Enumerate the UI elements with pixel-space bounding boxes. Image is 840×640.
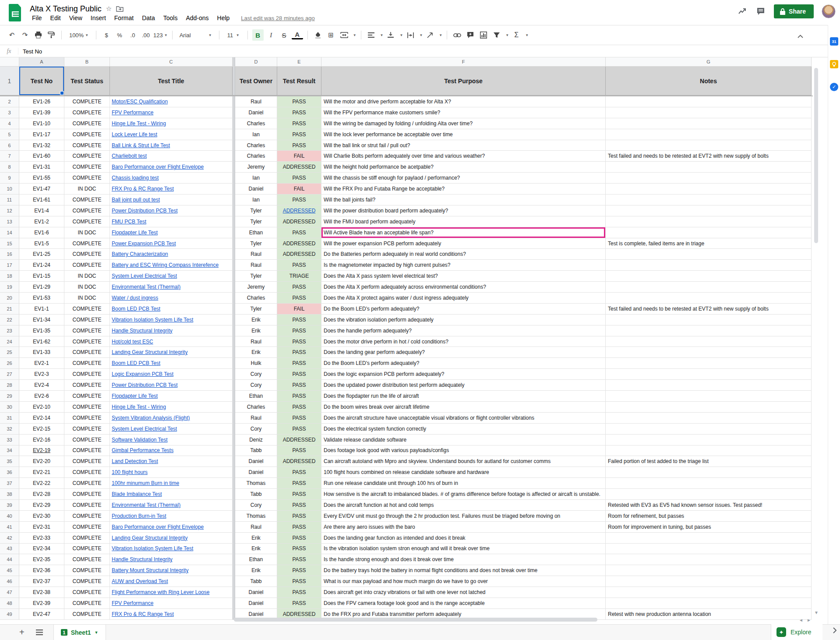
- cell-notes[interactable]: [606, 576, 812, 587]
- cell-notes[interactable]: [606, 325, 812, 336]
- cell-test-status[interactable]: COMPLETE: [64, 511, 110, 522]
- cell-test-no[interactable]: EV2-47: [19, 609, 64, 620]
- cell-test-no[interactable]: EV2-22: [19, 478, 64, 489]
- test-title-link[interactable]: AUW and Overload Test: [112, 578, 168, 584]
- cell-test-no[interactable]: EV1-29: [19, 282, 64, 293]
- cell-test-title[interactable]: Hinge Life Test - Wiring: [110, 402, 233, 413]
- cell-test-result[interactable]: TRIAGE: [277, 271, 321, 282]
- cell-test-result[interactable]: PASS: [277, 96, 321, 107]
- cell-test-status[interactable]: IN DOC: [64, 184, 110, 194]
- cell-test-title[interactable]: Environmental Test (Thermal): [110, 282, 233, 293]
- cell-test-result[interactable]: ADDRESSED: [277, 249, 321, 260]
- cell-notes[interactable]: [606, 402, 812, 413]
- cell-test-owner[interactable]: Charles: [235, 402, 277, 413]
- cell-test-owner[interactable]: Erik: [235, 325, 277, 336]
- tasks-icon[interactable]: ✓: [830, 83, 838, 91]
- cell-test-status[interactable]: COMPLETE: [64, 565, 110, 576]
- cell-test-status[interactable]: COMPLETE: [64, 118, 110, 129]
- redo-icon[interactable]: ↷: [19, 29, 31, 41]
- more-formats-button[interactable]: 123▼: [153, 29, 168, 41]
- cell-test-purpose[interactable]: Does the handle perform adequately?: [321, 325, 606, 336]
- select-all-corner[interactable]: [0, 57, 19, 67]
- cell-c1[interactable]: Test Title: [110, 67, 233, 95]
- cell-test-no[interactable]: EV1-33: [19, 347, 64, 358]
- cell-test-title[interactable]: Flight Performance with Ring Lever Loose: [110, 587, 233, 598]
- cell-notes[interactable]: [606, 184, 812, 194]
- cell-test-purpose[interactable]: Validate release candidate software: [321, 435, 606, 446]
- cell-notes[interactable]: [606, 565, 812, 576]
- increase-decimal-button[interactable]: .00: [140, 29, 152, 41]
- row-number[interactable]: 20: [0, 293, 19, 304]
- cell-test-title[interactable]: Landing Gear Structural Integrity: [110, 533, 233, 544]
- cell-test-owner[interactable]: Tyler: [235, 271, 277, 282]
- cell-test-result[interactable]: ADDRESSED: [277, 456, 321, 467]
- cell-test-result[interactable]: ADDRESSED: [277, 162, 321, 173]
- cell-notes[interactable]: Room for improvement in tuning, but pass…: [606, 522, 812, 533]
- cell-test-no[interactable]: EV1-61: [19, 194, 64, 205]
- format-currency-button[interactable]: $: [101, 29, 112, 41]
- row-number[interactable]: 15: [0, 238, 19, 249]
- cell-test-no[interactable]: EV2-4: [19, 380, 64, 391]
- cell-test-owner[interactable]: Tabb: [235, 489, 277, 500]
- cell-test-result[interactable]: PASS: [277, 500, 321, 511]
- cell-test-status[interactable]: COMPLETE: [64, 336, 110, 347]
- cell-test-purpose[interactable]: Does the FPV camera footage look good an…: [321, 598, 606, 609]
- cell-test-result[interactable]: PASS: [277, 173, 321, 184]
- cell-test-owner[interactable]: Erik: [235, 347, 277, 358]
- cell-test-no[interactable]: EV1-47: [19, 184, 64, 194]
- cell-test-result[interactable]: PASS: [277, 511, 321, 522]
- row-number[interactable]: 42: [0, 533, 19, 544]
- cell-test-no[interactable]: EV2-21: [19, 467, 64, 478]
- cell-test-title[interactable]: Power Distribution PCB Test: [110, 380, 233, 391]
- cell-test-owner[interactable]: Thomas: [235, 478, 277, 489]
- cell-test-owner[interactable]: Erik: [235, 544, 277, 555]
- cell-test-status[interactable]: COMPLETE: [64, 598, 110, 609]
- cell-test-status[interactable]: COMPLETE: [64, 315, 110, 325]
- cell-test-no[interactable]: EV2-16: [19, 435, 64, 446]
- cell-test-result[interactable]: PASS: [277, 315, 321, 325]
- cell-test-no[interactable]: EV1-60: [19, 151, 64, 162]
- cell-test-status[interactable]: COMPLETE: [64, 522, 110, 533]
- row-number[interactable]: 30: [0, 402, 19, 413]
- cell-test-purpose[interactable]: Will the power expansion PCB perform ade…: [321, 238, 606, 249]
- cell-test-purpose[interactable]: Will the FMU board perform adequately: [321, 216, 606, 227]
- cell-test-result[interactable]: PASS: [277, 336, 321, 347]
- cell-test-status[interactable]: COMPLETE: [64, 325, 110, 336]
- cell-test-owner[interactable]: Tyler: [235, 205, 277, 216]
- cell-notes[interactable]: [606, 173, 812, 184]
- cell-test-title[interactable]: Land Detection Test: [110, 456, 233, 467]
- functions-button[interactable]: Σ: [511, 29, 522, 41]
- cell-test-result[interactable]: PASS: [277, 598, 321, 609]
- cell-notes[interactable]: [606, 194, 812, 205]
- cell-notes[interactable]: [606, 435, 812, 446]
- test-title-link[interactable]: Boom LED PCB Test: [112, 306, 160, 312]
- cell-test-owner[interactable]: Cory: [235, 369, 277, 380]
- cell-test-purpose[interactable]: Do the Boom LED's perform adequately?: [321, 304, 606, 315]
- cell-test-owner[interactable]: Ian: [235, 194, 277, 205]
- row-number[interactable]: 44: [0, 554, 19, 565]
- cell-test-purpose[interactable]: Will the ball joints fail?: [321, 194, 606, 205]
- cell-test-title[interactable]: System Vibration Analysis (Flight): [110, 413, 233, 424]
- test-title-link[interactable]: Logic Expansion PCB Test: [112, 371, 173, 377]
- cell-test-owner[interactable]: Daniel: [235, 587, 277, 598]
- cell-test-owner[interactable]: Cory: [235, 500, 277, 511]
- column-header-d[interactable]: D: [235, 57, 277, 67]
- vertical-align-button[interactable]: [385, 29, 396, 41]
- cell-test-owner[interactable]: Ethan: [235, 227, 277, 238]
- cell-test-result[interactable]: PASS: [277, 565, 321, 576]
- cell-test-purpose[interactable]: How senstive is the aircraft to imbalanc…: [321, 489, 606, 500]
- cell-notes[interactable]: [606, 489, 812, 500]
- cell-notes[interactable]: [606, 140, 812, 151]
- cell-test-result[interactable]: PASS: [277, 140, 321, 151]
- cell-notes[interactable]: [606, 118, 812, 129]
- cell-notes[interactable]: Failed portion of test added to the tria…: [606, 456, 812, 467]
- test-title-link[interactable]: Boom LED PCB Test: [112, 360, 160, 366]
- cell-test-status[interactable]: COMPLETE: [64, 544, 110, 555]
- cell-test-status[interactable]: COMPLETE: [64, 162, 110, 173]
- cell-test-result[interactable]: ADDRESSED: [277, 435, 321, 446]
- menu-edit[interactable]: Edit: [47, 14, 64, 22]
- cell-test-no[interactable]: EV1-17: [19, 129, 64, 140]
- cell-test-purpose[interactable]: Will the chassis be stiff enough for pay…: [321, 173, 606, 184]
- cell-test-result[interactable]: PASS: [277, 347, 321, 358]
- cell-test-status[interactable]: COMPLETE: [64, 500, 110, 511]
